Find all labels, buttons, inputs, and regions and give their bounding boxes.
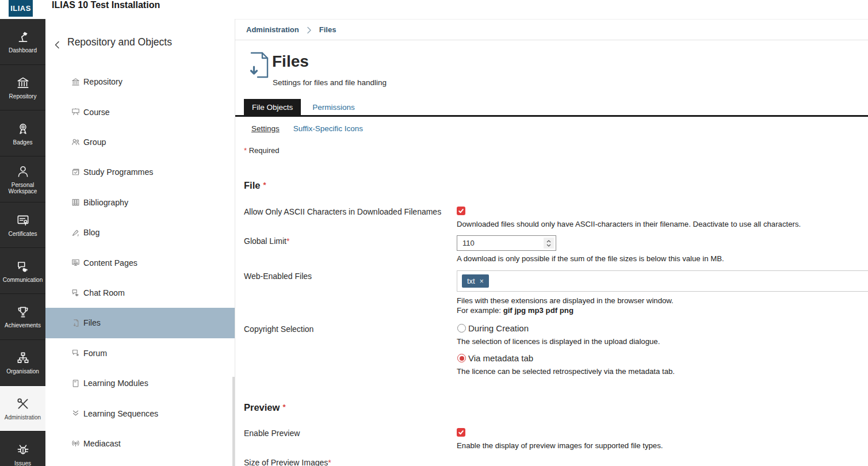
monitor-page-icon xyxy=(71,258,81,268)
panel-item-learning-modules[interactable]: Learning Modules xyxy=(45,368,235,398)
chevron-up-icon xyxy=(546,240,551,243)
bug-icon xyxy=(16,442,30,457)
installation-title: ILIAS 10 Test Installation xyxy=(52,0,160,10)
panel-item-label: Learning Modules xyxy=(83,379,148,388)
panel-item-label: Course xyxy=(83,108,110,117)
field-help-web-enabled-example: For example: gif jpg mp3 pdf png xyxy=(457,306,573,315)
ilias-logo[interactable]: ILIAS xyxy=(9,0,33,17)
chat-bubbles-icon xyxy=(16,259,30,274)
panel-item-label: Forum xyxy=(83,349,107,358)
mainbar-item-personal-workspace[interactable]: Personal Workspace xyxy=(0,156,45,203)
breadcrumb-separator-icon xyxy=(307,26,312,33)
panel-item-blog[interactable]: Blog xyxy=(45,217,235,247)
subtab-suffix-specific-icons[interactable]: Suffix-Specific Icons xyxy=(293,124,363,133)
mainbar-item-label: Personal Workspace xyxy=(0,182,45,194)
required-note: * Required xyxy=(244,146,279,155)
panel-item-chat-room[interactable]: Chat Room xyxy=(45,278,235,308)
panel-title: Repository and Objects xyxy=(67,36,172,48)
repository-objects-panel: Repository and Objects Repository Course… xyxy=(45,19,235,466)
panel-item-repository[interactable]: Repository xyxy=(45,67,235,97)
lamp-icon xyxy=(16,29,30,44)
panel-item-study-programmes[interactable]: Study Programmes xyxy=(45,157,235,187)
field-label-ascii: Allow Only ASCII Characters in Downloade… xyxy=(244,207,441,216)
certificate-icon xyxy=(16,213,30,228)
mainbar-item-label: Badges xyxy=(12,139,34,146)
panel-item-label: Learning Sequences xyxy=(83,409,158,418)
ascii-checkbox[interactable] xyxy=(457,207,465,215)
double-chevron-icon xyxy=(71,408,81,418)
bank-icon xyxy=(16,75,30,90)
mainbar-item-label: Achievements xyxy=(3,322,42,329)
tab-bar: File Objects Permissions xyxy=(244,99,355,116)
panel-item-content-pages[interactable]: Content Pages xyxy=(45,247,235,277)
mainbar-item-label: Administration xyxy=(3,414,42,421)
radio-selected-icon[interactable] xyxy=(457,354,466,362)
mainbar-item-dashboard[interactable]: Dashboard xyxy=(0,19,45,65)
mainbar-item-label: Communication xyxy=(2,277,44,283)
breadcrumb-item-administration[interactable]: Administration xyxy=(246,25,299,34)
panel-item-bibliography[interactable]: Bibliography xyxy=(45,188,235,217)
radio-option-via-metadata[interactable]: Via metadata tab xyxy=(457,353,533,363)
check-icon xyxy=(458,208,464,214)
required-asterisk: * xyxy=(328,458,331,466)
panel-item-forum[interactable]: Forum xyxy=(45,338,235,368)
radio-help-via-metadata: The licence can be selected retrospectiv… xyxy=(457,367,675,376)
panel-item-label: Mediacast xyxy=(83,439,121,448)
user-icon xyxy=(16,164,30,179)
panel-item-label: Repository xyxy=(83,77,123,86)
mainbar-item-badges[interactable]: Badges xyxy=(0,110,45,156)
tab-file-objects[interactable]: File Objects xyxy=(244,99,301,116)
number-spinner[interactable] xyxy=(544,238,554,249)
org-chart-icon xyxy=(16,350,30,365)
subtab-bar: Settings Suffix-Specific Icons xyxy=(251,124,363,133)
tab-permissions[interactable]: Permissions xyxy=(312,99,355,116)
global-limit-input-wrap xyxy=(457,235,556,251)
subtab-settings[interactable]: Settings xyxy=(251,124,280,133)
mainbar-item-certificates[interactable]: Certificates xyxy=(0,203,45,249)
pen-icon xyxy=(71,228,81,238)
section-heading-file: File* xyxy=(244,180,266,191)
panel-item-label: Files xyxy=(83,318,101,327)
board-icon xyxy=(71,107,81,117)
field-help-global-limit: A download is only possible if the sum o… xyxy=(457,254,724,263)
mainbar-item-communication[interactable]: Communication xyxy=(0,248,45,294)
main-navigation: Dashboard Repository Badges Personal Wor… xyxy=(0,19,45,466)
mainbar-item-issues[interactable]: Issues xyxy=(0,431,45,466)
checked-box-icon xyxy=(71,167,81,177)
top-bar: ILIAS ILIAS 10 Test Installation xyxy=(0,0,868,19)
required-asterisk: * xyxy=(244,146,247,155)
mainbar-item-organisation[interactable]: Organisation xyxy=(0,340,45,386)
tag-chip-txt: txt × xyxy=(462,274,489,288)
breadcrumb-item-files[interactable]: Files xyxy=(319,25,337,34)
panel-item-course[interactable]: Course xyxy=(45,97,235,127)
radio-icon[interactable] xyxy=(457,324,466,333)
remove-tag-icon[interactable]: × xyxy=(480,278,484,285)
radio-option-during-creation[interactable]: During Creation xyxy=(457,323,529,333)
mainbar-item-repository[interactable]: Repository xyxy=(0,65,45,111)
panel-item-label: Content Pages xyxy=(83,258,137,268)
radio-label: Via metadata tab xyxy=(468,353,533,363)
panel-item-label: Chat Room xyxy=(83,288,125,297)
field-label-preview-size: Size of Preview Images* xyxy=(244,458,331,466)
panel-item-label: Bibliography xyxy=(83,198,128,207)
trophy-icon xyxy=(16,304,30,319)
panel-item-learning-sequences[interactable]: Learning Sequences xyxy=(45,398,235,428)
field-label-global-limit: Global Limit* xyxy=(244,236,289,246)
mainbar-item-achievements[interactable]: Achievements xyxy=(0,294,45,340)
field-help-ascii: Downloaded files should only have ASCII-… xyxy=(457,220,801,228)
mainbar-item-label: Issues xyxy=(13,460,32,466)
panel-item-files[interactable]: Files xyxy=(45,308,235,338)
panel-item-group[interactable]: Group xyxy=(45,127,235,157)
enable-preview-checkbox[interactable] xyxy=(457,428,465,437)
web-enabled-files-taginput[interactable]: txt × xyxy=(457,270,868,292)
mainbar-item-label: Repository xyxy=(8,93,38,100)
people-icon xyxy=(71,137,81,147)
mainbar-item-administration[interactable]: Administration xyxy=(0,386,45,432)
panel-item-mediacast[interactable]: Mediacast xyxy=(45,429,235,459)
forum-bubble-icon xyxy=(71,348,81,358)
tools-icon xyxy=(16,396,30,411)
global-limit-input[interactable] xyxy=(457,236,556,250)
back-chevron-icon[interactable] xyxy=(52,40,63,50)
page-subtitle: Settings for files and file handling xyxy=(273,78,387,87)
section-heading-preview: Preview* xyxy=(244,402,285,413)
